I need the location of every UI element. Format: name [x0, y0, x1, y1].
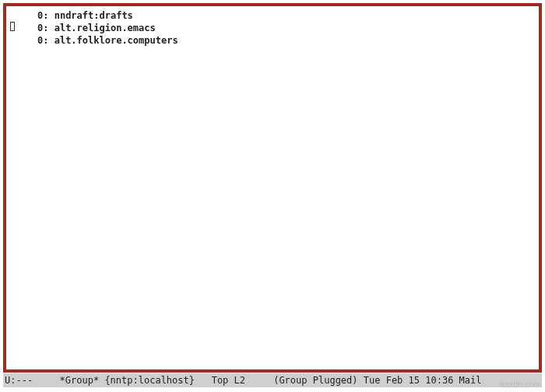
group-name: nndraft:drafts: [54, 10, 133, 21]
emacs-frame: 0: nndraft:drafts 0: alt.religion.emacs …: [3, 3, 542, 373]
modeline-line: L2: [228, 375, 245, 386]
group-line[interactable]: 0: alt.folklore.computers: [6, 34, 539, 47]
modeline-datetime: Tue Feb 15 10:36: [358, 375, 454, 386]
modeline-server: {nntp:localhost}: [99, 375, 195, 386]
group-line[interactable]: 0: alt.religion.emacs: [6, 22, 539, 34]
modeline-position: Top: [195, 375, 228, 386]
group-buffer[interactable]: 0: nndraft:drafts 0: alt.religion.emacs …: [6, 6, 539, 47]
gnus-icon: [40, 375, 52, 386]
modeline-mode-tail: Mail: [453, 375, 481, 386]
modeline[interactable]: U:--- *Group* {nntp:localhost} Top L2 (G…: [3, 373, 542, 387]
group-count: 0: [37, 23, 43, 33]
group-name: alt.religion.emacs: [54, 23, 156, 33]
modeline-status: U:---: [5, 375, 38, 386]
text-cursor: [10, 22, 15, 31]
modeline-buffer-name: *Group*: [54, 375, 99, 386]
watermark: wsxdn.com: [499, 380, 540, 389]
modeline-extra: (Group Plugged): [245, 375, 358, 386]
group-count: 0: [37, 35, 43, 46]
group-line[interactable]: 0: nndraft:drafts: [6, 9, 539, 22]
group-count: 0: [37, 10, 43, 21]
group-name: alt.folklore.computers: [54, 35, 178, 46]
